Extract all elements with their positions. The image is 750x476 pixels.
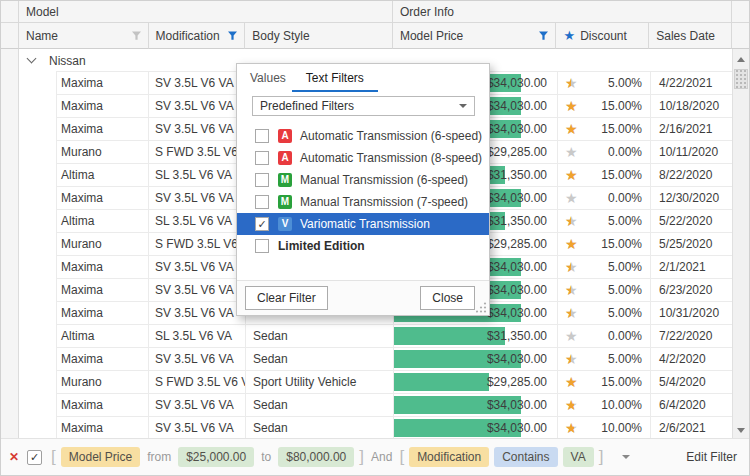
column-header-modification[interactable]: Modification <box>149 23 246 49</box>
cell-modification[interactable]: SV 3.5L V6 VA <box>149 279 246 302</box>
table-row[interactable]: Altima SL 3.5L V6 VA Sedan $31,350.00 ★★… <box>1 325 749 348</box>
filter-list-item[interactable]: A Automatic Transmission (8-speed) <box>237 147 489 169</box>
cell-modification[interactable]: S FWD 3.5L V6 VA <box>149 371 246 394</box>
cell-modification[interactable]: SV 3.5L V6 VA <box>149 118 246 141</box>
clear-filter-button[interactable]: Clear Filter <box>245 286 328 310</box>
cell-discount[interactable]: ★★ 5.00% <box>558 302 651 325</box>
cell-sales-date[interactable]: 6/23/2020 <box>651 279 734 302</box>
cell-discount[interactable]: ★★ 15.00% <box>558 118 651 141</box>
cell-sales-date[interactable]: 2/16/2021 <box>651 118 734 141</box>
column-header-body-style[interactable]: Body Style <box>245 23 393 49</box>
cell-discount[interactable]: ★★ 15.00% <box>558 95 651 118</box>
cell-name[interactable]: Maxima <box>19 72 149 95</box>
checkbox[interactable] <box>255 195 269 209</box>
cell-sales-date[interactable]: 12/30/2020 <box>651 187 734 210</box>
cell-discount[interactable]: ★★ 5.00% <box>558 256 651 279</box>
filter-operator-contains[interactable]: Contains <box>494 447 557 467</box>
column-header-sales-date[interactable]: Sales Date <box>649 23 732 49</box>
cell-modification[interactable]: SL 3.5L V6 VA <box>149 164 246 187</box>
cell-name[interactable]: Maxima <box>19 348 149 371</box>
cell-sales-date[interactable]: 10/18/2020 <box>651 95 734 118</box>
filter-field-model-price[interactable]: Model Price <box>61 447 140 467</box>
cell-model-price[interactable]: $34,030.00 <box>394 417 558 440</box>
checkbox[interactable] <box>255 239 269 253</box>
cell-modification[interactable]: SL 3.5L V6 VA <box>149 325 246 348</box>
filter-list-item[interactable]: A Automatic Transmission (6-speed) <box>237 125 489 147</box>
cell-modification[interactable]: SV 3.5L V6 VA <box>149 302 246 325</box>
resize-grip-icon[interactable] <box>476 302 487 313</box>
cell-name[interactable]: Murano <box>19 233 149 256</box>
cell-sales-date[interactable]: 5/25/2020 <box>651 233 734 256</box>
cell-model-price[interactable]: $29,285.00 <box>394 371 558 394</box>
cell-modification[interactable]: SV 3.5L V6 VA <box>149 72 246 95</box>
cell-name[interactable]: Maxima <box>19 394 149 417</box>
cell-modification[interactable]: SV 3.5L V6 VA <box>149 348 246 371</box>
cell-name[interactable]: Altima <box>19 210 149 233</box>
cell-modification[interactable]: SV 3.5L V6 VA <box>149 95 246 118</box>
cell-name[interactable]: Altima <box>19 164 149 187</box>
cell-discount[interactable]: ★★ 5.00% <box>558 279 651 302</box>
filter-list-item[interactable]: M Manual Transmission (6-speed) <box>237 169 489 191</box>
cell-name[interactable]: Maxima <box>19 417 149 440</box>
cell-sales-date[interactable]: 8/22/2020 <box>651 164 734 187</box>
cell-sales-date[interactable]: 5/4/2020 <box>651 371 734 394</box>
cell-name[interactable]: Maxima <box>19 279 149 302</box>
filter-value-va[interactable]: VA <box>563 447 594 467</box>
cell-model-price[interactable]: $34,030.00 <box>394 394 558 417</box>
cell-discount[interactable]: ★★ 0.00% <box>558 187 651 210</box>
close-button[interactable]: Close <box>420 286 475 310</box>
cell-modification[interactable]: SL 3.5L V6 VA <box>149 210 246 233</box>
cell-discount[interactable]: ★★ 0.00% <box>558 325 651 348</box>
cell-sales-date[interactable]: 2/1/2021 <box>651 256 734 279</box>
cell-name[interactable]: Maxima <box>19 95 149 118</box>
cell-discount[interactable]: ★★ 15.00% <box>558 371 651 394</box>
cell-sales-date[interactable]: 2/6/2021 <box>651 417 734 440</box>
cell-name[interactable]: Murano <box>19 371 149 394</box>
tab-text-filters[interactable]: Text Filters <box>292 65 378 92</box>
chevron-down-icon[interactable] <box>27 54 37 64</box>
filter-list-item[interactable]: V Variomatic Transmission <box>237 213 489 235</box>
cell-modification[interactable]: SV 3.5L V6 VA <box>149 187 246 210</box>
cell-modification[interactable]: SV 3.5L V6 VA <box>149 417 246 440</box>
cell-discount[interactable]: ★★ 5.00% <box>558 348 651 371</box>
table-row[interactable]: Maxima SV 3.5L V6 VA Sedan $34,030.00 ★★… <box>1 394 749 417</box>
cell-discount[interactable]: ★★ 15.00% <box>558 164 651 187</box>
filter-funnel-icon-inactive[interactable] <box>131 30 142 41</box>
edit-filter-button[interactable]: Edit Filter <box>686 450 739 464</box>
cell-sales-date[interactable]: 4/22/2021 <box>651 72 734 95</box>
cell-model-price[interactable]: $31,350.00 <box>394 325 558 348</box>
filter-funnel-icon-active[interactable] <box>227 30 238 41</box>
scroll-up-button[interactable] <box>733 51 749 67</box>
cell-sales-date[interactable]: 5/22/2020 <box>651 210 734 233</box>
tab-values[interactable]: Values <box>250 65 286 92</box>
cell-modification[interactable]: SV 3.5L V6 VA <box>149 256 246 279</box>
table-row[interactable]: Murano S FWD 3.5L V6 VA Sport Utility Ve… <box>1 371 749 394</box>
cell-body-style[interactable]: Sport Utility Vehicle <box>246 371 394 394</box>
scrollbar-thumb[interactable] <box>734 69 748 89</box>
column-header-discount[interactable]: ★ Discount <box>556 23 649 49</box>
scroll-down-button[interactable] <box>733 422 749 438</box>
column-header-model-price[interactable]: Model Price <box>393 23 557 49</box>
cell-discount[interactable]: ★★ 10.00% <box>558 394 651 417</box>
predefined-filters-combo[interactable]: Predefined Filters <box>252 96 475 116</box>
table-row[interactable]: Maxima SV 3.5L V6 VA Sedan $34,030.00 ★★… <box>1 417 749 440</box>
filter-list-item[interactable]: Limited Edition <box>237 235 489 257</box>
band-header-order-info[interactable]: Order Info <box>393 1 732 23</box>
vertical-scrollbar[interactable] <box>732 49 749 440</box>
cell-name[interactable]: Maxima <box>19 187 149 210</box>
cell-sales-date[interactable]: 10/11/2020 <box>651 141 734 164</box>
filter-joiner[interactable]: And <box>369 450 394 464</box>
cell-discount[interactable]: ★★ 10.00% <box>558 417 651 440</box>
cell-name[interactable]: Maxima <box>19 302 149 325</box>
cell-sales-date[interactable]: 10/31/2020 <box>651 302 734 325</box>
filter-enabled-checkbox[interactable]: ✓ <box>27 450 42 465</box>
chevron-down-icon[interactable] <box>622 455 630 459</box>
cell-body-style[interactable]: Sedan <box>246 417 394 440</box>
checkbox[interactable] <box>255 129 269 143</box>
cell-body-style[interactable]: Sedan <box>246 325 394 348</box>
cell-body-style[interactable]: Sedan <box>246 348 394 371</box>
filter-to-value[interactable]: $80,000.00 <box>278 447 354 467</box>
column-header-name[interactable]: Name <box>19 23 149 49</box>
checkbox[interactable] <box>255 151 269 165</box>
cell-sales-date[interactable]: 6/4/2020 <box>651 394 734 417</box>
